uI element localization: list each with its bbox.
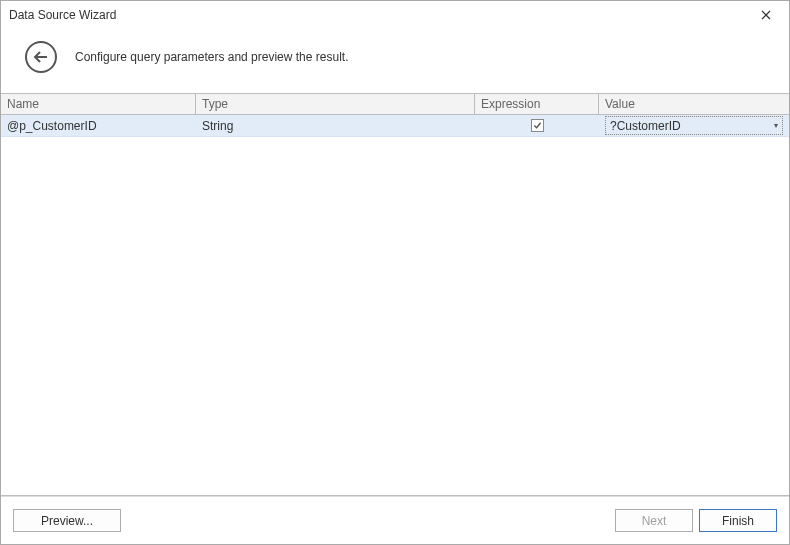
instruction-text: Configure query parameters and preview t… xyxy=(75,50,348,64)
finish-button[interactable]: Finish xyxy=(699,509,777,532)
check-icon xyxy=(533,121,542,130)
grid-body: @p_CustomerID String ?CustomerID ▾ xyxy=(1,115,789,496)
value-dropdown[interactable]: ?CustomerID ▾ xyxy=(605,116,783,135)
preview-button[interactable]: Preview... xyxy=(13,509,121,532)
next-button: Next xyxy=(615,509,693,532)
window-title: Data Source Wizard xyxy=(9,8,751,22)
expression-cell[interactable] xyxy=(475,115,599,136)
value-text: ?CustomerID xyxy=(610,119,774,133)
close-button[interactable] xyxy=(751,3,781,27)
param-type-cell[interactable]: String xyxy=(196,115,475,136)
column-header-expression[interactable]: Expression xyxy=(475,94,599,114)
arrow-left-icon xyxy=(33,51,49,63)
footer: Preview... Next Finish xyxy=(1,496,789,544)
table-row[interactable]: @p_CustomerID String ?CustomerID ▾ xyxy=(1,115,789,137)
column-header-value[interactable]: Value xyxy=(599,94,789,114)
column-header-type[interactable]: Type xyxy=(196,94,475,114)
column-header-name[interactable]: Name xyxy=(1,94,196,114)
grid-header: Name Type Expression Value xyxy=(1,93,789,115)
titlebar: Data Source Wizard xyxy=(1,1,789,29)
close-icon xyxy=(761,10,771,20)
chevron-down-icon: ▾ xyxy=(774,121,778,130)
param-name-cell[interactable]: @p_CustomerID xyxy=(1,115,196,136)
value-cell[interactable]: ?CustomerID ▾ xyxy=(599,115,789,136)
wizard-window: Data Source Wizard Configure query param… xyxy=(0,0,790,545)
expression-checkbox[interactable] xyxy=(531,119,544,132)
header: Configure query parameters and preview t… xyxy=(1,29,789,93)
back-button[interactable] xyxy=(25,41,57,73)
